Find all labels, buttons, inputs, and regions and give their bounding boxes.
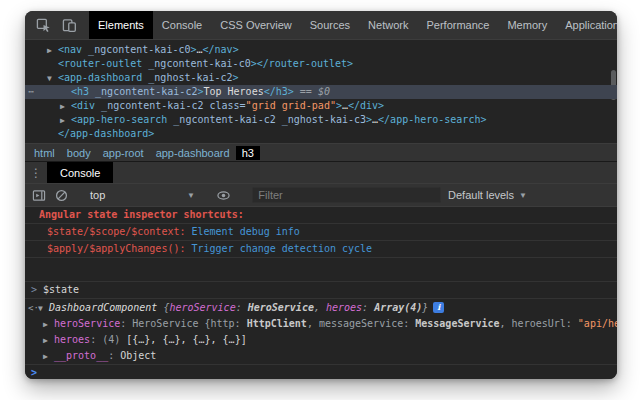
expand-arrow-icon[interactable]: ▶ (43, 333, 54, 348)
console-message-gap (25, 258, 617, 282)
token-str: "api/heroes (578, 318, 617, 329)
token-gray: , heroesUrl: (500, 318, 578, 329)
desktop-background: ElementsConsoleCSS OverviewSourcesNetwor… (0, 0, 640, 400)
token-attr: _ngcontent-kai-c2 (89, 86, 197, 97)
token-tag: <h3 (71, 86, 89, 97)
tab-memory[interactable]: Memory (498, 11, 556, 39)
log-levels-select[interactable]: Default levels ▼ (448, 189, 527, 201)
token-code: $state (43, 284, 79, 295)
tab-css-overview[interactable]: CSS Overview (211, 11, 301, 39)
expand-arrow-icon[interactable]: ▶ (60, 114, 71, 128)
console-filter-input[interactable] (252, 187, 441, 203)
token-tag: ></router-outlet> (251, 58, 353, 69)
tabbar-left-icons (25, 11, 83, 39)
breadcrumb-item-body[interactable]: body (61, 146, 97, 160)
dom-tree-row[interactable]: </app-dashboard> (25, 127, 617, 141)
token-clsi: HeroService (248, 302, 314, 313)
console-drawer-tab[interactable]: Console (47, 162, 113, 183)
console-message: $apply/$applyChanges(): Trigger change d… (25, 241, 617, 258)
chevron-down-icon: ▼ (187, 191, 195, 200)
inspect-element-icon[interactable] (35, 17, 51, 33)
console-input-echo: >$state (25, 282, 617, 299)
token-prop: heroService (54, 318, 120, 329)
token-grayi: } (422, 302, 428, 313)
token-tag: <div (71, 100, 95, 111)
token-attr: _ngcontent-kai-c2 class= (95, 100, 246, 111)
more-actions-icon[interactable]: ⋯ (28, 85, 34, 99)
dom-tree-row[interactable]: ▼<app-dashboard _nghost-kai-c2> (25, 71, 617, 85)
token-gray: : (90, 334, 102, 345)
token-attr: _ngcontent-kai-c0 (142, 58, 250, 69)
context-value: top (90, 189, 105, 201)
console-object-row[interactable]: ▶heroService: HeroService {http: HttpCli… (25, 316, 617, 332)
console-messages: Angular state inspector shortcuts:$state… (25, 207, 617, 379)
console-toolbar: top ▼ Default levels ▼ (25, 183, 617, 207)
console-drawer-header: ⋮ Console (25, 161, 617, 183)
token-eq: == $0 (294, 86, 330, 97)
dom-tree-row[interactable]: ▶<nav _ngcontent-kai-c0>…</nav> (25, 43, 617, 57)
expand-arrow-icon[interactable]: ▼ (47, 72, 58, 86)
dom-tree-row[interactable]: ▶<app-hero-search _ngcontent-kai-c2 _ngh… (25, 113, 617, 127)
live-expression-eye-icon[interactable] (216, 187, 232, 203)
breadcrumb-item-app-dashboard[interactable]: app-dashboard (150, 146, 236, 160)
devtools-tabbar: ElementsConsoleCSS OverviewSourcesNetwor… (25, 11, 617, 40)
tab-performance[interactable]: Performance (417, 11, 498, 39)
token-attr: _ngcontent-kai-c2 _nghost-kai-c3 (167, 114, 366, 125)
tab-network[interactable]: Network (359, 11, 417, 39)
token-tag: <nav (58, 44, 82, 55)
token-propi: heroes (326, 302, 362, 313)
token-grayi: : (362, 302, 374, 313)
token-tag: </app-hero-search> (378, 114, 486, 125)
tab-console[interactable]: Console (153, 11, 211, 39)
tab-sources[interactable]: Sources (301, 11, 359, 39)
tab-application[interactable]: Application (556, 11, 617, 39)
javascript-context-select[interactable]: top ▼ (90, 189, 195, 201)
expand-arrow-icon[interactable]: ▶ (60, 100, 71, 114)
token-tag: </div> (348, 100, 384, 111)
token-tag: </h3> (264, 86, 294, 97)
clear-console-icon[interactable] (54, 187, 70, 203)
console-sidebar-icon[interactable] (31, 187, 47, 203)
token-red: $state/$scope/$context: (47, 226, 185, 237)
token-propi: heroService (169, 302, 235, 313)
dom-tree-row[interactable]: ⋯<h3 _ngcontent-kai-c2>Top Heroes</h3> =… (25, 85, 617, 99)
token-tag: </nav> (203, 44, 239, 55)
breadcrumb-item-app-root[interactable]: app-root (97, 146, 150, 160)
expand-arrow-icon[interactable]: ▼ (38, 300, 49, 316)
elements-breadcrumb: htmlbodyapp-rootapp-dashboardh3 (25, 143, 617, 161)
breadcrumb-item-html[interactable]: html (28, 146, 61, 160)
console-message: Angular state inspector shortcuts: (25, 207, 617, 224)
console-message: $state/$scope/$context: Element debug in… (25, 224, 617, 241)
token-dim: (4) (102, 334, 126, 345)
dom-tree-row[interactable]: <router-outlet _ngcontent-kai-c0></route… (25, 57, 617, 71)
token-redb: Angular state inspector shortcuts: (39, 209, 244, 220)
token-tag: > (233, 72, 239, 83)
console-object-row[interactable]: ▶__proto__: Object (25, 348, 617, 364)
console-object-row[interactable]: ▶heroes: (4) [{…}, {…}, {…}, {…}] (25, 332, 617, 348)
console-prompt[interactable]: > (25, 364, 617, 379)
panel-tabs: ElementsConsoleCSS OverviewSourcesNetwor… (89, 11, 617, 39)
device-toolbar-icon[interactable] (61, 17, 77, 33)
token-promptchev: > (31, 365, 43, 379)
tab-elements[interactable]: Elements (89, 11, 153, 39)
expand-arrow-icon[interactable]: ▶ (47, 44, 58, 58)
token-clsi: Array(4) (374, 302, 422, 313)
expand-arrow-icon[interactable]: ▶ (43, 317, 54, 332)
token-obj: DashboardComponent (49, 302, 163, 313)
info-icon[interactable]: i (433, 302, 444, 313)
elements-dom-tree: ▶<nav _ngcontent-kai-c0>…</nav><router-o… (25, 40, 617, 143)
token-cls: HttpClient (247, 318, 307, 329)
kebab-menu-icon[interactable]: ⋮ (25, 162, 47, 183)
breadcrumb-item-h3[interactable]: h3 (236, 146, 260, 160)
token-blue: Trigger change detection cycle (185, 243, 372, 254)
token-prop: __proto__ (54, 350, 108, 361)
chevron-down-icon: ▼ (519, 191, 527, 200)
console-eval-result[interactable]: <·▼DashboardComponent {heroService: Hero… (25, 299, 617, 316)
levels-value: Default levels (448, 189, 514, 201)
token-prop: heroes (54, 334, 90, 345)
expand-arrow-icon[interactable]: ▶ (43, 349, 54, 364)
token-tag: </app-dashboard> (58, 128, 154, 139)
token-attr: _ngcontent-kai-c0 (82, 44, 190, 55)
dom-tree-row[interactable]: ▶<div _ngcontent-kai-c2 class="grid grid… (25, 99, 617, 113)
token-grayi: : (236, 302, 248, 313)
